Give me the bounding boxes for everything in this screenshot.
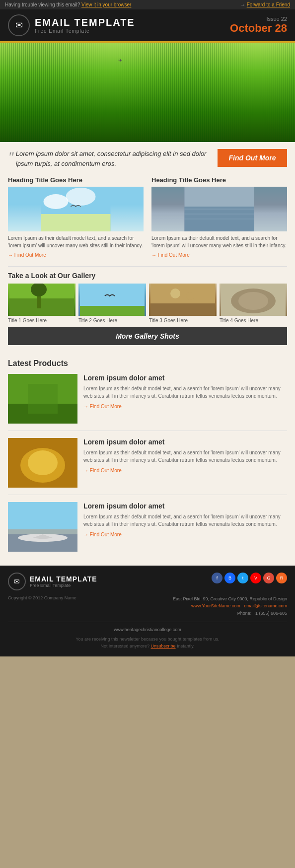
facebook-icon[interactable]: f [212,573,222,583]
google-plus-icon[interactable]: G [263,573,274,583]
gallery-heading: Take a Look at Our Gallery [8,272,287,280]
quote-mark-icon: " [8,152,14,162]
gallery-grid: Title 1 Goes Here Title 2 Goes Here [8,284,287,323]
gallery-item-2: Title 2 Goes Here [78,284,146,323]
unsubscribe-text: You are receiving this newsletter becaus… [8,636,287,643]
products-heading: Latest Products [8,359,287,368]
gallery-section: Take a Look at Our Gallery Title 1 Goes … [8,272,287,345]
header-title: EMAIL TEMPLATE Free Email Template [35,17,135,34]
product-item-3: Lorem ipsum dolor amet Lorem Ipsum as th… [8,502,287,559]
gallery-item-4: Title 4 Goes Here [220,284,287,323]
product-link-3[interactable]: Find Out More [83,532,122,537]
svg-rect-31 [8,529,77,534]
product-item-2: Lorem ipsum dolor amet Lorem Ipsum as th… [8,438,287,495]
header-left: ✉ EMAIL TEMPLATE Free Email Template [8,14,135,36]
gallery-title-4: Title 4 Goes Here [220,318,287,323]
svg-rect-5 [185,187,254,207]
email-footer: ✉ EMAIL TEMPLATE Free Email Template f B… [0,566,295,656]
rss-icon[interactable]: R [276,573,287,583]
not-interested-text: Not interested anymore? Unsubscribe Inst… [8,643,287,650]
logo-icon: ✉ [8,14,30,36]
top-bar: Having trouble viewing this email? View … [0,0,295,9]
article-1-image [8,187,144,231]
trouble-text: Having trouble viewing this email? View … [5,2,131,7]
svg-rect-15 [80,306,145,316]
product-title-3: Lorem ipsum dolor amet [83,502,287,510]
article-2-link[interactable]: Find Out More [151,252,190,258]
gallery-title-3: Title 3 Goes Here [149,318,217,323]
footer-url: www.heritagechristiancollege.com [8,626,287,633]
section-divider [8,266,287,267]
product-link-2[interactable]: Find Out More [83,468,122,473]
product-text-1: Lorem Ipsum as their default model text,… [83,385,287,400]
article-2-image [151,187,287,231]
footer-logo-icon: ✉ [8,573,26,590]
website-link[interactable]: www.YourSiteName.com [191,603,240,608]
product-link-1[interactable]: Find Out More [83,404,122,409]
svg-rect-1 [41,214,111,231]
product-text-2: Lorem Ipsum as their default model text,… [83,449,287,464]
svg-point-18 [170,289,180,298]
quote-text: " Lorem ipsum dolor sit amet, consectetu… [8,149,213,168]
product-text-3: Lorem Ipsum as their default model text,… [83,513,287,528]
product-title-1: Lorem ipsum dolor amet [83,374,287,382]
product-image-1 [8,374,77,424]
gallery-image-2 [78,284,146,316]
product-title-2: Lorem ipsum dolor amet [83,438,287,446]
hero-bird-icon: ✈ [118,58,122,63]
view-in-browser-link[interactable]: View it in your browser [81,2,131,7]
email-wrapper: Having trouble viewing this email? View … [0,0,295,656]
svg-point-2 [44,194,69,209]
main-content: " Lorem ipsum dolor sit amet, consectetu… [0,142,295,352]
footer-brand: EMAIL TEMPLATE Free Email Template [30,575,97,588]
footer-bottom: www.heritagechristiancollege.com You are… [8,622,287,650]
footer-info: Copyright © 2012 Company Name East Pixel… [8,595,287,617]
vimeo-icon[interactable]: V [250,573,261,583]
gallery-title-1: Title 1 Goes Here [8,318,75,323]
unsubscribe-link[interactable]: Unsubscribe [151,644,176,649]
gallery-item-3: Title 3 Goes Here [149,284,217,323]
article-col-2: Heading Title Goes Here Lorem Ipsum as t… [151,176,287,258]
behance-icon[interactable]: B [224,573,235,583]
footer-top: ✉ EMAIL TEMPLATE Free Email Template f B… [8,573,287,590]
issue-date: October 28 [230,22,287,35]
gallery-image-3 [149,284,217,316]
email-header: ✉ EMAIL TEMPLATE Free Email Template Iss… [0,9,295,43]
svg-point-19 [186,292,194,300]
articles-section: Heading Title Goes Here Lorem Ipsum as t… [8,176,287,258]
gallery-item-1: Title 1 Goes Here [8,284,75,323]
svg-point-22 [238,292,268,310]
product-content-3: Lorem ipsum dolor amet Lorem Ipsum as th… [83,502,287,552]
more-gallery-button[interactable]: More Gallery Shots [8,327,287,345]
article-1-link[interactable]: Find Out More [8,252,46,258]
brand-name: EMAIL TEMPLATE [35,17,135,28]
article-2-heading: Heading Title Goes Here [151,176,287,184]
svg-rect-11 [9,298,74,316]
hero-image: ✈ [0,43,295,142]
footer-logo: ✉ EMAIL TEMPLATE Free Email Template [8,573,97,590]
quote-section: " Lorem ipsum dolor sit amet, consectetu… [8,149,287,168]
article-1-text: Lorem Ipsum as their default model text,… [8,234,144,249]
hero-grass [0,43,295,142]
article-1-heading: Heading Title Goes Here [8,176,144,184]
email-link[interactable]: email@sitename.com [244,603,287,608]
header-right: Issue 22 October 28 [230,16,287,35]
brand-subtitle: Free Email Template [35,28,135,34]
product-image-3 [8,502,77,552]
gallery-image-4 [220,284,287,316]
footer-contact: East Pixel Bld. 99, Creative City 9000, … [173,595,287,617]
product-content-2: Lorem ipsum dolor amet Lorem Ipsum as th… [83,438,287,488]
article-col-1: Heading Title Goes Here Lorem Ipsum as t… [8,176,144,258]
svg-rect-17 [150,303,215,316]
product-item-1: Lorem ipsum dolor amet Lorem Ipsum as th… [8,374,287,431]
forward-link[interactable]: → Forward to a Friend [240,2,290,7]
issue-number: Issue 22 [230,16,287,22]
twitter-icon[interactable]: t [237,573,248,583]
article-2-text: Lorem Ipsum as their default model text,… [151,234,287,249]
footer-social: f B t V G R [212,573,287,583]
product-content-1: Lorem ipsum dolor amet Lorem Ipsum as th… [83,374,287,424]
gallery-image-1 [8,284,75,316]
find-out-more-button[interactable]: Find Out More [218,149,287,167]
gallery-title-2: Title 2 Goes Here [78,318,146,323]
svg-rect-25 [28,384,58,414]
